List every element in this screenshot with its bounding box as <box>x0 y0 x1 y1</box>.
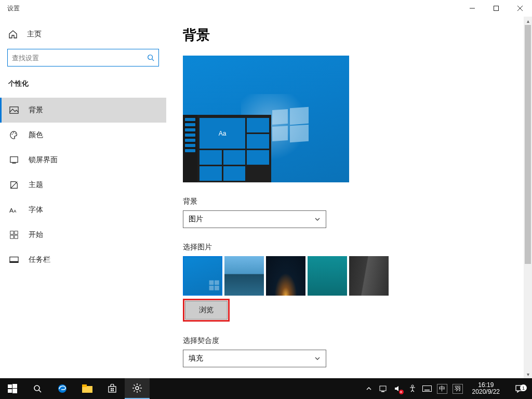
taskbar: ✕ 中 羽 16:19 2020/9/22 1 <box>0 378 532 399</box>
minimize-button[interactable] <box>460 0 484 17</box>
nav-label: 主题 <box>29 180 43 190</box>
ease-of-access-icon[interactable] <box>408 384 417 393</box>
nav-start[interactable]: 开始 <box>0 222 166 247</box>
network-icon[interactable] <box>379 384 388 393</box>
home-label: 主页 <box>27 30 42 39</box>
home-link[interactable]: 主页 <box>0 24 166 45</box>
titlebar: 设置 <box>0 0 532 17</box>
svg-text:A: A <box>9 207 14 214</box>
file-explorer-button[interactable] <box>75 378 100 399</box>
svg-rect-21 <box>12 384 17 388</box>
svg-rect-14 <box>10 231 14 234</box>
nav-label: 锁屏界面 <box>29 155 58 165</box>
svg-point-34 <box>136 387 139 390</box>
thumb-2[interactable] <box>224 256 264 296</box>
svg-rect-20 <box>8 384 12 388</box>
thumb-4[interactable] <box>308 256 347 296</box>
svg-point-9 <box>15 133 16 134</box>
svg-text:A: A <box>14 209 17 214</box>
svg-marker-45 <box>395 386 398 391</box>
svg-line-39 <box>134 385 135 386</box>
theme-icon <box>9 180 19 190</box>
nav-label: 字体 <box>29 205 43 215</box>
thumb-5[interactable] <box>349 256 389 296</box>
search-box[interactable] <box>7 49 159 66</box>
svg-point-46 <box>411 385 414 387</box>
chevron-down-icon <box>314 355 321 362</box>
start-button[interactable] <box>0 378 25 399</box>
thumb-3[interactable] <box>266 256 305 296</box>
vertical-scrollbar[interactable]: ▴ ▾ <box>524 17 532 378</box>
desktop-preview: Aa <box>183 56 349 182</box>
svg-rect-1 <box>494 6 499 11</box>
svg-rect-6 <box>10 107 18 114</box>
edge-button[interactable] <box>50 378 75 399</box>
scroll-down-icon[interactable]: ▾ <box>524 370 532 378</box>
svg-rect-22 <box>8 389 12 393</box>
start-icon <box>9 230 19 240</box>
svg-point-24 <box>34 385 39 391</box>
taskbar-clock[interactable]: 16:19 2020/9/22 <box>468 382 504 395</box>
maximize-button[interactable] <box>484 0 508 17</box>
tray-overflow-icon[interactable] <box>364 384 374 393</box>
close-button[interactable] <box>508 0 532 17</box>
taskbar-search-button[interactable] <box>25 378 50 399</box>
scroll-up-icon[interactable]: ▴ <box>524 17 532 25</box>
background-dropdown[interactable]: 图片 <box>183 210 326 228</box>
content-area: 背景 Aa 背景 图片 选择图片 <box>166 17 532 378</box>
action-center-button[interactable]: 1 <box>509 384 530 393</box>
search-icon <box>147 54 154 61</box>
scroll-thumb[interactable] <box>525 25 531 264</box>
nav-background[interactable]: 背景 <box>0 98 166 123</box>
nav-label: 背景 <box>29 105 43 115</box>
nav-colors[interactable]: 颜色 <box>0 123 166 148</box>
thumb-1[interactable] <box>183 256 222 296</box>
notification-badge: 1 <box>520 384 527 391</box>
svg-rect-49 <box>424 390 430 391</box>
svg-rect-17 <box>15 235 18 238</box>
ime-indicator-1[interactable]: 中 <box>437 384 447 394</box>
section-label: 个性化 <box>0 74 166 98</box>
page-heading: 背景 <box>183 26 532 44</box>
palette-icon <box>9 130 19 140</box>
svg-rect-43 <box>380 386 386 391</box>
browse-highlight: 浏览 <box>183 299 230 322</box>
app-body: 主页 个性化 背景 颜色 锁屏界面 <box>0 17 532 378</box>
svg-line-25 <box>39 390 41 392</box>
browse-button[interactable]: 浏览 <box>185 301 228 320</box>
fit-dropdown[interactable]: 填充 <box>183 350 326 367</box>
background-dropdown-value: 图片 <box>189 215 203 224</box>
nav-lockscreen[interactable]: 锁屏界面 <box>0 148 166 172</box>
taskbar-icon <box>9 255 19 265</box>
nav-fonts[interactable]: AA 字体 <box>0 197 166 222</box>
picture-thumbnails <box>183 256 532 296</box>
keyboard-icon[interactable] <box>422 384 432 393</box>
ime-indicator-2[interactable]: 羽 <box>453 384 463 394</box>
preview-sample-text: Aa <box>200 118 245 149</box>
settings-button[interactable] <box>125 378 150 399</box>
svg-rect-30 <box>111 388 112 390</box>
svg-rect-29 <box>109 387 116 392</box>
chevron-down-icon <box>314 216 321 222</box>
svg-point-8 <box>13 132 14 134</box>
window-controls <box>460 0 532 17</box>
svg-line-42 <box>134 391 135 392</box>
lockscreen-icon <box>9 155 19 165</box>
nav-label: 颜色 <box>29 130 43 140</box>
store-button[interactable] <box>100 378 125 399</box>
nav-themes[interactable]: 主题 <box>0 172 166 197</box>
volume-icon[interactable]: ✕ <box>393 384 403 393</box>
svg-line-41 <box>140 385 141 386</box>
svg-rect-31 <box>113 388 114 390</box>
svg-rect-16 <box>10 235 14 238</box>
svg-rect-15 <box>15 231 18 234</box>
svg-rect-11 <box>12 163 16 163</box>
sidebar: 主页 个性化 背景 颜色 锁屏界面 <box>0 17 166 378</box>
svg-rect-19 <box>10 261 18 263</box>
nav-taskbar[interactable]: 任务栏 <box>0 247 166 272</box>
picture-icon <box>9 105 19 115</box>
svg-rect-10 <box>10 157 18 163</box>
search-input[interactable] <box>12 54 147 62</box>
home-icon <box>8 30 18 39</box>
svg-rect-28 <box>82 384 87 387</box>
